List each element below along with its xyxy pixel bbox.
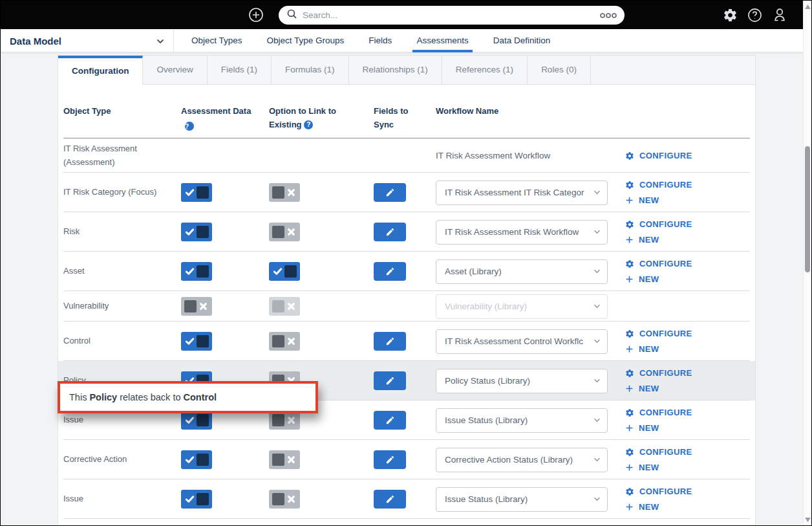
assessment-data-toggle[interactable] [181, 297, 212, 316]
assessment-data-toggle[interactable] [181, 183, 212, 202]
policy-tooltip: This Policy relates back to Control [58, 381, 318, 413]
assessment-data-toggle[interactable] [181, 490, 212, 509]
chevron-down-icon [593, 497, 601, 501]
fields-to-sync-edit-button[interactable] [374, 490, 406, 509]
new-button[interactable]: NEW [625, 235, 659, 245]
sub-tab-overview[interactable]: Overview [143, 56, 207, 85]
search-input[interactable] [303, 10, 595, 20]
scroll-up-arrow[interactable] [804, 2, 812, 11]
table-row: Risk [58, 212, 755, 252]
plus-icon [625, 345, 634, 353]
profile-icon[interactable] [772, 7, 787, 23]
workflow-dropdown[interactable]: IT Risk Assessment Control Workflc [436, 329, 608, 354]
col-assessment-data: Assessment Data ? [181, 105, 251, 131]
help-icon[interactable] [747, 8, 762, 23]
pencil-icon [385, 494, 395, 504]
object-type-label: Asset [63, 265, 94, 278]
search-bar[interactable] [279, 6, 625, 25]
new-button[interactable]: NEW [625, 502, 659, 512]
sub-tab-formulas-1[interactable]: Formulas (1) [272, 56, 349, 85]
configure-button[interactable]: CONFIGURE [625, 259, 692, 268]
configure-button[interactable]: CONFIGURE [625, 408, 692, 417]
table-row: IT Risk Category (Focus) [58, 173, 755, 212]
workflow-dropdown: Vulnerability (Library) [436, 294, 608, 319]
assessment-data-toggle[interactable] [181, 223, 212, 241]
configure-button[interactable]: CONFIGURE [625, 151, 692, 160]
sub-tab-references-1[interactable]: References (1) [442, 56, 528, 85]
nav-tab-object-type-groups[interactable]: Object Type Groups [255, 29, 357, 52]
data-model-dropdown[interactable]: Data Model [1, 29, 174, 52]
col-option-link: Option to Link to Existing ? [269, 105, 349, 132]
fields-to-sync-edit-button[interactable] [374, 450, 406, 469]
workflow-dropdown[interactable]: Policy Status (Library) [436, 369, 608, 393]
workflow-dropdown[interactable]: Issue Status (Library) [436, 487, 608, 512]
table-row: Control [58, 322, 755, 361]
sub-tab-fields-1[interactable]: Fields (1) [208, 56, 272, 85]
plus-icon [625, 463, 634, 472]
add-icon[interactable] [248, 7, 264, 23]
new-button[interactable]: NEW [625, 384, 659, 393]
plus-icon [625, 424, 634, 432]
link-existing-help-icon[interactable]: ? [304, 120, 313, 129]
fields-to-sync-edit-button[interactable] [374, 223, 406, 241]
search-options-icon[interactable] [600, 10, 617, 21]
sub-tabs: ConfigurationOverviewFields (1)Formulas … [58, 56, 755, 85]
workflow-dropdown[interactable]: Issue Status (Library) [436, 408, 608, 433]
nav-tab-fields[interactable]: Fields [356, 29, 404, 52]
link-existing-toggle[interactable] [269, 411, 300, 430]
link-existing-toggle[interactable] [269, 223, 300, 241]
workflow-dropdown[interactable]: IT Risk Assessment IT Risk Categor [436, 181, 608, 205]
workflow-dropdown[interactable]: IT Risk Assessment Risk Workflow [436, 220, 608, 245]
chevron-down-icon [593, 230, 601, 234]
nav-tabs: Object TypesObject Type GroupsFieldsAsse… [179, 29, 562, 52]
configure-button[interactable]: CONFIGURE [625, 180, 692, 190]
configure-button[interactable]: CONFIGURE [625, 368, 692, 378]
assessment-data-toggle[interactable] [181, 332, 212, 351]
link-existing-toggle[interactable] [269, 183, 300, 202]
link-existing-toggle[interactable] [269, 450, 300, 469]
fields-to-sync-edit-button[interactable] [374, 262, 406, 281]
fields-to-sync-edit-button[interactable] [374, 332, 406, 351]
new-button[interactable]: NEW [625, 195, 659, 205]
workflow-dropdown[interactable]: Corrective Action Status (Library) [436, 448, 608, 472]
fields-to-sync-edit-button[interactable] [374, 183, 406, 202]
fields-to-sync-edit-button[interactable] [374, 371, 406, 390]
scroll-down-arrow[interactable] [804, 515, 812, 524]
fields-to-sync-edit-button[interactable] [374, 411, 406, 430]
link-existing-toggle[interactable] [269, 262, 300, 281]
gear-icon [625, 151, 634, 160]
assessment-data-toggle[interactable] [181, 450, 212, 469]
new-button[interactable]: NEW [625, 274, 659, 284]
new-button[interactable]: NEW [625, 344, 659, 354]
nav-tab-data-definition[interactable]: Data Definition [481, 29, 563, 52]
assessment-data-toggle[interactable] [181, 411, 212, 430]
sub-tab-configuration[interactable]: Configuration [58, 56, 143, 85]
sub-tab-relationships-1[interactable]: Relationships (1) [349, 56, 442, 85]
link-existing-toggle[interactable] [269, 297, 300, 316]
configure-button[interactable]: CONFIGURE [625, 447, 692, 457]
nav-tab-assessments[interactable]: Assessments [404, 29, 480, 52]
configure-button[interactable]: CONFIGURE [625, 487, 692, 496]
object-type-label: Control [63, 334, 100, 347]
link-existing-toggle[interactable] [269, 332, 300, 351]
new-button[interactable]: NEW [625, 463, 659, 472]
tabstrip-filler [591, 56, 755, 85]
scrollbar-thumb[interactable] [805, 146, 810, 272]
pencil-icon [385, 376, 395, 386]
assessment-data-help-icon[interactable]: ? [185, 122, 194, 131]
main-content: ConfigurationOverviewFields (1)Formulas … [1, 53, 804, 526]
assessment-data-toggle[interactable] [181, 262, 212, 281]
chevron-down-icon [593, 190, 601, 195]
workflow-dropdown[interactable]: Asset (Library) [436, 259, 608, 284]
nav-tab-object-types[interactable]: Object Types [179, 29, 255, 52]
configure-button[interactable]: CONFIGURE [625, 219, 692, 229]
configure-button[interactable]: CONFIGURE [625, 329, 692, 338]
new-button[interactable]: NEW [625, 423, 659, 433]
link-existing-toggle[interactable] [269, 490, 300, 509]
sub-tab-roles-0[interactable]: Roles (0) [528, 56, 591, 85]
object-type-label: Corrective Action [63, 453, 136, 466]
table-row: CONFIGURE NEW [58, 519, 755, 526]
chevron-down-icon [156, 35, 164, 47]
gear-icon[interactable] [723, 8, 738, 23]
app-window: Data Model Object TypesObject Type Group… [0, 0, 812, 526]
